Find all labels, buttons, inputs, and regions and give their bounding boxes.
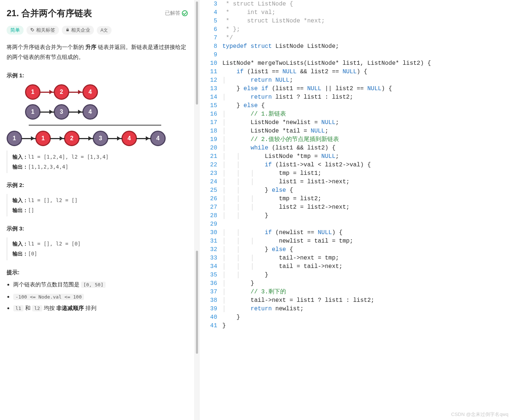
problem-title: 21. 合并两个有序链表 [7, 7, 92, 19]
node: 3 [54, 104, 69, 120]
panel-resizer[interactable] [194, 0, 200, 420]
node: 4 [121, 131, 137, 146]
example2-title: 示例 2: [7, 182, 188, 189]
hints-title: 提示: [7, 269, 188, 276]
scrollbar-thumb[interactable] [196, 251, 198, 354]
hint-item: 两个链表的节点数目范围是 [0, 50] [13, 281, 188, 288]
watermark: CSDN @念来过倒字名qwq [451, 411, 509, 418]
node: 1 [7, 131, 22, 146]
hint-item: l1 和 l2 均按 非递减顺序 排列 [13, 305, 188, 312]
example2-io: 输入：l1 = [], l2 = [] 输出：[] [7, 194, 188, 216]
hints-section: 提示: 两个链表的节点数目范围是 [0, 50] -100 <= Node.va… [7, 269, 188, 312]
solved-label: 已解答 [165, 10, 180, 17]
desc-bold: 升序 [85, 44, 96, 50]
check-circle-icon [182, 10, 188, 16]
example3-title: 示例 3: [7, 225, 188, 232]
example1-diagram: 1 2 4 1 3 4 [25, 84, 188, 120]
problem-description-panel: 21. 合并两个有序链表 已解答 简单 相关标签 相关企业 A文 [0, 0, 194, 420]
translate-icon: A文 [100, 27, 108, 33]
difficulty-badge: 简单 [7, 26, 24, 35]
example1-io: 输入：l1 = [1,2,4], l2 = [1,3,4] 输出：[1,1,2,… [7, 151, 188, 173]
translate-button[interactable]: A文 [97, 26, 112, 35]
node: 1 [25, 104, 40, 120]
related-tags-button[interactable]: 相关标签 [27, 26, 59, 35]
node: 3 [93, 131, 108, 146]
svg-rect-1 [66, 29, 68, 31]
node: 2 [64, 131, 80, 146]
lock-icon [66, 28, 70, 33]
desc-prefix: 将两个升序链表合并为一个新的 [7, 44, 85, 50]
hint-item: -100 <= Node.val <= 100 [13, 293, 188, 300]
node: 4 [150, 131, 166, 146]
example3-io: 输入：l1 = [], l2 = [0] 输出：[0] [7, 237, 188, 260]
svg-point-0 [31, 29, 32, 29]
node: 2 [54, 84, 69, 100]
tag-icon [30, 28, 35, 33]
solved-status: 已解答 [165, 10, 188, 17]
tags-label: 相关标签 [36, 27, 55, 33]
example1-title: 示例 1: [7, 72, 188, 79]
related-companies-button[interactable]: 相关企业 [62, 26, 94, 35]
merged-diagram: 1 1 2 3 4 4 [7, 131, 188, 146]
problem-description: 将两个升序链表合并为一个新的 升序 链表并返回。新链表是通过拼接给定的两个链表的… [7, 42, 188, 62]
node: 1 [25, 84, 40, 100]
companies-label: 相关企业 [71, 27, 90, 33]
divider-line [29, 125, 161, 126]
code-editor-panel[interactable]: 3456789101112131415161718192021222324252… [200, 0, 515, 420]
scrollbar-thumb[interactable] [196, 1, 198, 105]
node: 4 [82, 104, 98, 120]
node: 1 [35, 131, 51, 146]
node: 4 [82, 84, 98, 100]
